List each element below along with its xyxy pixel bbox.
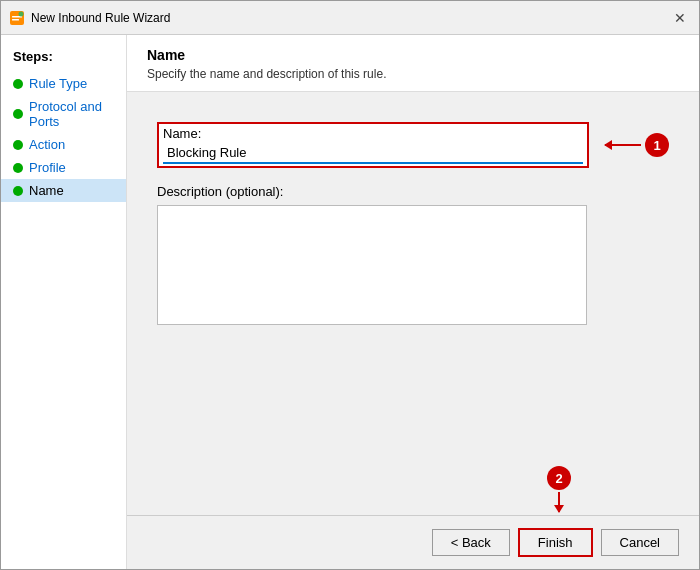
step-dot xyxy=(13,79,23,89)
step-dot xyxy=(13,163,23,173)
content-area: Steps: Rule Type Protocol and Ports Acti… xyxy=(1,35,699,569)
sidebar-item-label: Profile xyxy=(29,160,66,175)
name-label: Name: xyxy=(163,126,583,141)
sidebar-item-name[interactable]: Name xyxy=(1,179,126,202)
step-dot-active xyxy=(13,186,23,196)
main-window: New Inbound Rule Wizard ✕ Steps: Rule Ty… xyxy=(0,0,700,570)
svg-point-3 xyxy=(19,11,24,16)
left-panel: Steps: Rule Type Protocol and Ports Acti… xyxy=(1,35,127,569)
description-label: Description (optional): xyxy=(157,184,669,199)
back-button[interactable]: < Back xyxy=(432,529,510,556)
header-section: Name Specify the name and description of… xyxy=(127,35,699,92)
page-title: Name xyxy=(147,47,679,63)
sidebar-item-label: Rule Type xyxy=(29,76,87,91)
name-field-group: Name: 1 xyxy=(157,122,669,168)
title-bar-text: New Inbound Rule Wizard xyxy=(31,11,663,25)
sidebar-item-label: Protocol and Ports xyxy=(29,99,114,129)
annotation-1-circle: 1 xyxy=(645,133,669,157)
steps-label: Steps: xyxy=(1,45,126,72)
close-button[interactable]: ✕ xyxy=(669,7,691,29)
sidebar-item-profile[interactable]: Profile xyxy=(1,156,126,179)
finish-button[interactable]: Finish xyxy=(518,528,593,557)
cancel-button[interactable]: Cancel xyxy=(601,529,679,556)
sidebar-item-label: Action xyxy=(29,137,65,152)
step-dot xyxy=(13,109,23,119)
annotation-2-circle: 2 xyxy=(547,466,571,490)
name-input-wrapper: Name: xyxy=(157,122,589,168)
sidebar-item-protocol-ports[interactable]: Protocol and Ports xyxy=(1,95,126,133)
wizard-icon xyxy=(9,10,25,26)
description-textarea[interactable] xyxy=(157,205,587,325)
main-panel: Name Specify the name and description of… xyxy=(127,35,699,569)
name-input[interactable] xyxy=(163,143,583,164)
sidebar-item-action[interactable]: Action xyxy=(1,133,126,156)
title-bar: New Inbound Rule Wizard ✕ xyxy=(1,1,699,35)
step-dot xyxy=(13,140,23,150)
annotation-2-wrapper: 2 xyxy=(547,466,571,512)
arrow-down-icon xyxy=(558,492,560,512)
sidebar-item-label: Name xyxy=(29,183,64,198)
page-subtitle: Specify the name and description of this… xyxy=(147,67,679,81)
form-section: Name: 1 Description (op xyxy=(127,92,699,515)
svg-rect-2 xyxy=(12,19,19,21)
description-field-group: Description (optional): xyxy=(157,184,669,325)
bottom-bar: 2 < Back Finish Cancel xyxy=(127,515,699,569)
sidebar-item-rule-type[interactable]: Rule Type xyxy=(1,72,126,95)
